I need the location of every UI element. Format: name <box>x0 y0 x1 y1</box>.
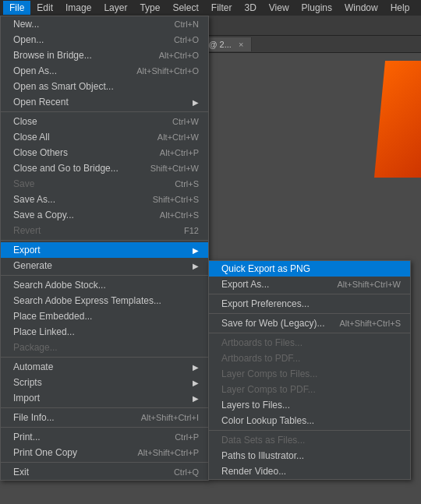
menu-3d[interactable]: 3D <box>238 1 262 15</box>
dropdown-overlay: New... Ctrl+N Open... Ctrl+O Browse in B… <box>0 16 209 481</box>
menu-edit[interactable]: Edit <box>30 1 59 15</box>
export-submenu-arrow: ▶ <box>193 246 199 255</box>
menu-select[interactable]: Select <box>166 1 204 15</box>
menu-item-file-info[interactable]: File Info... Alt+Shift+Ctrl+I <box>1 410 208 425</box>
separator-2 <box>1 240 208 241</box>
menu-item-layers-files[interactable]: Layers to Files... <box>209 397 410 413</box>
menu-layer[interactable]: Layer <box>97 1 133 15</box>
menu-item-color-lookup[interactable]: Color Lookup Tables... <box>209 413 410 428</box>
menu-item-data-sets[interactable]: Data Sets as Files... <box>209 432 410 448</box>
menu-item-scripts[interactable]: Scripts ▶ <box>1 375 208 390</box>
menu-image[interactable]: Image <box>59 1 97 15</box>
menu-item-browse-bridge[interactable]: Browse in Bridge... Alt+Ctrl+O <box>1 48 208 63</box>
separator-5 <box>1 407 208 408</box>
menu-item-open-recent[interactable]: Open Recent ▶ <box>1 94 208 110</box>
menu-item-place-linked[interactable]: Place Linked... <box>1 324 208 340</box>
menu-item-open-as[interactable]: Open As... Alt+Shift+Ctrl+O <box>1 63 208 79</box>
menu-item-import[interactable]: Import ▶ <box>1 390 208 406</box>
orange-shape <box>374 61 421 178</box>
menu-help[interactable]: Help <box>384 1 416 15</box>
export-submenu: Quick Export as PNG Export As... Alt+Shi… <box>208 260 411 480</box>
menu-item-close[interactable]: Close Ctrl+W <box>1 114 208 129</box>
export-sep-2 <box>209 313 410 314</box>
generate-submenu-arrow: ▶ <box>193 262 199 270</box>
menu-item-print-one[interactable]: Print One Copy Alt+Shift+Ctrl+P <box>1 445 208 460</box>
menu-item-quick-export-png[interactable]: Quick Export as PNG <box>209 261 410 277</box>
automate-arrow: ▶ <box>193 363 199 372</box>
separator-3 <box>1 275 208 276</box>
menu-item-new[interactable]: New... Ctrl+N <box>1 16 208 32</box>
menu-plugins[interactable]: Plugins <box>295 1 338 15</box>
menu-bar: File Edit Image Layer Type Select Filter… <box>0 0 421 16</box>
menu-item-search-express[interactable]: Search Adobe Express Templates... <box>1 293 208 308</box>
menu-item-automate[interactable]: Automate ▶ <box>1 359 208 375</box>
separator-4 <box>1 357 208 358</box>
separator-1 <box>1 111 208 112</box>
menu-item-render-video[interactable]: Render Video... <box>209 463 410 479</box>
menu-item-revert[interactable]: Revert F12 <box>1 223 208 238</box>
menu-item-package[interactable]: Package... <box>1 340 208 355</box>
close-tab2-icon[interactable]: × <box>239 40 243 49</box>
menu-item-open[interactable]: Open... Ctrl+O <box>1 32 208 48</box>
menu-item-export-as[interactable]: Export As... Alt+Shift+Ctrl+W <box>209 277 410 292</box>
submenu-arrow: ▶ <box>193 98 199 107</box>
scripts-arrow: ▶ <box>193 379 199 387</box>
menu-item-generate[interactable]: Generate ▶ <box>1 258 208 273</box>
export-sep-3 <box>209 333 410 333</box>
menu-item-layer-comps-pdf[interactable]: Layer Comps to PDF... <box>209 382 410 397</box>
separator-7 <box>1 462 208 463</box>
menu-item-print[interactable]: Print... Ctrl+P <box>1 429 208 445</box>
menu-filter[interactable]: Filter <box>205 1 239 15</box>
menu-item-paths-illustrator[interactable]: Paths to Illustrator... <box>209 448 410 463</box>
menu-item-close-bridge[interactable]: Close and Go to Bridge... Shift+Ctrl+W <box>1 160 208 176</box>
menu-view[interactable]: View <box>263 1 295 15</box>
menu-item-save-as[interactable]: Save As... Shift+Ctrl+S <box>1 192 208 207</box>
menu-item-layer-comps-files[interactable]: Layer Comps to Files... <box>209 366 410 382</box>
menu-window[interactable]: Window <box>338 1 384 15</box>
file-menu: New... Ctrl+N Open... Ctrl+O Browse in B… <box>0 16 209 481</box>
export-sep-1 <box>209 294 410 294</box>
import-arrow: ▶ <box>193 394 199 403</box>
menu-item-save[interactable]: Save Ctrl+S <box>1 176 208 192</box>
menu-item-export-preferences[interactable]: Export Preferences... <box>209 296 410 312</box>
menu-item-export[interactable]: Export ▶ <box>1 242 208 258</box>
export-sep-4 <box>209 430 410 431</box>
menu-type[interactable]: Type <box>133 1 166 15</box>
separator-6 <box>1 427 208 428</box>
menu-item-save-web[interactable]: Save for Web (Legacy)... Alt+Shift+Ctrl+… <box>209 315 410 331</box>
menu-item-exit[interactable]: Exit Ctrl+Q <box>1 464 208 480</box>
menu-item-artboards-files[interactable]: Artboards to Files... <box>209 335 410 351</box>
menu-item-close-all[interactable]: Close All Alt+Ctrl+W <box>1 129 208 145</box>
menu-item-artboards-pdf[interactable]: Artboards to PDF... <box>209 351 410 366</box>
menu-item-place-embedded[interactable]: Place Embedded... <box>1 308 208 324</box>
menu-item-close-others[interactable]: Close Others Alt+Ctrl+P <box>1 145 208 160</box>
menu-item-save-copy[interactable]: Save a Copy... Alt+Ctrl+S <box>1 207 208 223</box>
menu-item-open-smart[interactable]: Open as Smart Object... <box>1 79 208 94</box>
menu-item-search-stock[interactable]: Search Adobe Stock... <box>1 277 208 293</box>
menu-file[interactable]: File <box>3 1 30 15</box>
